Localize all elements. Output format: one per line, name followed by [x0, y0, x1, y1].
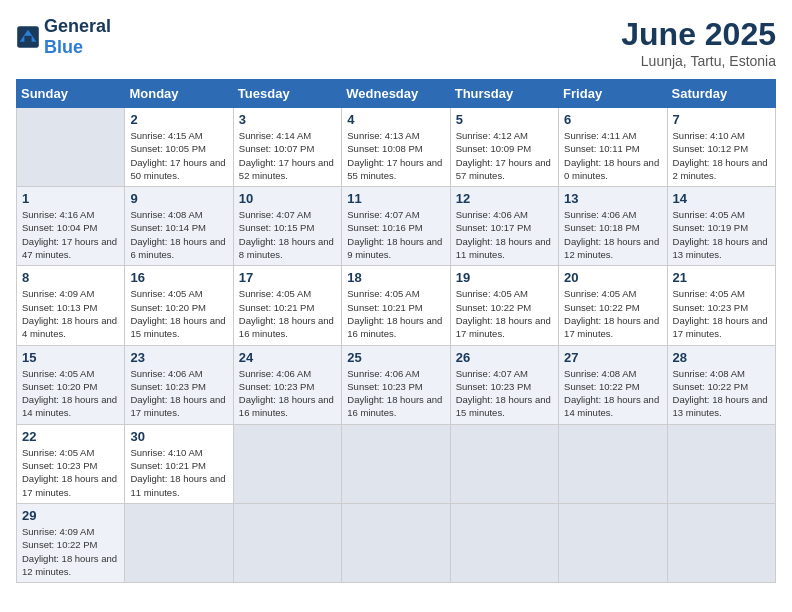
table-row: 18Sunrise: 4:05 AM Sunset: 10:21 PM Dayl…	[342, 266, 450, 345]
day-info: Sunrise: 4:11 AM Sunset: 10:11 PM Daylig…	[564, 129, 661, 182]
day-number: 24	[239, 350, 336, 365]
col-thursday: Thursday	[450, 80, 558, 108]
day-number: 13	[564, 191, 661, 206]
day-info: Sunrise: 4:06 AM Sunset: 10:23 PM Daylig…	[347, 367, 444, 420]
day-number: 26	[456, 350, 553, 365]
table-row	[233, 503, 341, 582]
day-number: 8	[22, 270, 119, 285]
day-number: 5	[456, 112, 553, 127]
col-friday: Friday	[559, 80, 667, 108]
day-info: Sunrise: 4:10 AM Sunset: 10:21 PM Daylig…	[130, 446, 227, 499]
day-info: Sunrise: 4:13 AM Sunset: 10:08 PM Daylig…	[347, 129, 444, 182]
day-number: 15	[22, 350, 119, 365]
header: General Blue June 2025 Luunja, Tartu, Es…	[16, 16, 776, 69]
day-number: 10	[239, 191, 336, 206]
day-number: 11	[347, 191, 444, 206]
table-row: 15Sunrise: 4:05 AM Sunset: 10:20 PM Dayl…	[17, 345, 125, 424]
day-info: Sunrise: 4:09 AM Sunset: 10:22 PM Daylig…	[22, 525, 119, 578]
day-number: 12	[456, 191, 553, 206]
day-info: Sunrise: 4:05 AM Sunset: 10:19 PM Daylig…	[673, 208, 770, 261]
table-row	[667, 503, 775, 582]
table-row: 21Sunrise: 4:05 AM Sunset: 10:23 PM Dayl…	[667, 266, 775, 345]
day-info: Sunrise: 4:07 AM Sunset: 10:16 PM Daylig…	[347, 208, 444, 261]
day-info: Sunrise: 4:05 AM Sunset: 10:22 PM Daylig…	[456, 287, 553, 340]
day-info: Sunrise: 4:08 AM Sunset: 10:22 PM Daylig…	[673, 367, 770, 420]
day-info: Sunrise: 4:09 AM Sunset: 10:13 PM Daylig…	[22, 287, 119, 340]
table-row: 13Sunrise: 4:06 AM Sunset: 10:18 PM Dayl…	[559, 187, 667, 266]
day-number: 25	[347, 350, 444, 365]
table-row: 17Sunrise: 4:05 AM Sunset: 10:21 PM Dayl…	[233, 266, 341, 345]
table-row	[17, 108, 125, 187]
table-row	[450, 424, 558, 503]
day-number: 7	[673, 112, 770, 127]
day-number: 14	[673, 191, 770, 206]
table-row: 12Sunrise: 4:06 AM Sunset: 10:17 PM Dayl…	[450, 187, 558, 266]
day-number: 16	[130, 270, 227, 285]
day-info: Sunrise: 4:12 AM Sunset: 10:09 PM Daylig…	[456, 129, 553, 182]
calendar: Sunday Monday Tuesday Wednesday Thursday…	[16, 79, 776, 583]
day-number: 2	[130, 112, 227, 127]
table-row: 16Sunrise: 4:05 AM Sunset: 10:20 PM Dayl…	[125, 266, 233, 345]
day-info: Sunrise: 4:06 AM Sunset: 10:18 PM Daylig…	[564, 208, 661, 261]
table-row	[559, 503, 667, 582]
table-row	[342, 424, 450, 503]
day-info: Sunrise: 4:10 AM Sunset: 10:12 PM Daylig…	[673, 129, 770, 182]
day-info: Sunrise: 4:14 AM Sunset: 10:07 PM Daylig…	[239, 129, 336, 182]
calendar-week-row: 15Sunrise: 4:05 AM Sunset: 10:20 PM Dayl…	[17, 345, 776, 424]
logo-blue: Blue	[44, 37, 83, 57]
col-tuesday: Tuesday	[233, 80, 341, 108]
day-info: Sunrise: 4:06 AM Sunset: 10:23 PM Daylig…	[239, 367, 336, 420]
month-title: June 2025	[621, 16, 776, 53]
calendar-week-row: 22Sunrise: 4:05 AM Sunset: 10:23 PM Dayl…	[17, 424, 776, 503]
calendar-header-row: Sunday Monday Tuesday Wednesday Thursday…	[17, 80, 776, 108]
calendar-week-row: 2Sunrise: 4:15 AM Sunset: 10:05 PM Dayli…	[17, 108, 776, 187]
day-number: 18	[347, 270, 444, 285]
table-row: 26Sunrise: 4:07 AM Sunset: 10:23 PM Dayl…	[450, 345, 558, 424]
day-info: Sunrise: 4:05 AM Sunset: 10:22 PM Daylig…	[564, 287, 661, 340]
table-row	[450, 503, 558, 582]
calendar-week-row: 8Sunrise: 4:09 AM Sunset: 10:13 PM Dayli…	[17, 266, 776, 345]
day-info: Sunrise: 4:07 AM Sunset: 10:23 PM Daylig…	[456, 367, 553, 420]
table-row: 30Sunrise: 4:10 AM Sunset: 10:21 PM Dayl…	[125, 424, 233, 503]
table-row: 7Sunrise: 4:10 AM Sunset: 10:12 PM Dayli…	[667, 108, 775, 187]
table-row: 14Sunrise: 4:05 AM Sunset: 10:19 PM Dayl…	[667, 187, 775, 266]
day-number: 27	[564, 350, 661, 365]
day-info: Sunrise: 4:05 AM Sunset: 10:20 PM Daylig…	[130, 287, 227, 340]
day-info: Sunrise: 4:06 AM Sunset: 10:17 PM Daylig…	[456, 208, 553, 261]
table-row: 2Sunrise: 4:15 AM Sunset: 10:05 PM Dayli…	[125, 108, 233, 187]
col-sunday: Sunday	[17, 80, 125, 108]
table-row: 27Sunrise: 4:08 AM Sunset: 10:22 PM Dayl…	[559, 345, 667, 424]
calendar-week-row: 1Sunrise: 4:16 AM Sunset: 10:04 PM Dayli…	[17, 187, 776, 266]
table-row: 10Sunrise: 4:07 AM Sunset: 10:15 PM Dayl…	[233, 187, 341, 266]
logo-general: General	[44, 16, 111, 36]
day-number: 1	[22, 191, 119, 206]
day-number: 29	[22, 508, 119, 523]
day-info: Sunrise: 4:05 AM Sunset: 10:20 PM Daylig…	[22, 367, 119, 420]
day-number: 22	[22, 429, 119, 444]
table-row	[233, 424, 341, 503]
day-info: Sunrise: 4:16 AM Sunset: 10:04 PM Daylig…	[22, 208, 119, 261]
table-row: 29Sunrise: 4:09 AM Sunset: 10:22 PM Dayl…	[17, 503, 125, 582]
day-number: 4	[347, 112, 444, 127]
table-row: 1Sunrise: 4:16 AM Sunset: 10:04 PM Dayli…	[17, 187, 125, 266]
day-info: Sunrise: 4:06 AM Sunset: 10:23 PM Daylig…	[130, 367, 227, 420]
day-info: Sunrise: 4:15 AM Sunset: 10:05 PM Daylig…	[130, 129, 227, 182]
day-info: Sunrise: 4:05 AM Sunset: 10:23 PM Daylig…	[673, 287, 770, 340]
svg-rect-2	[24, 36, 31, 43]
table-row: 3Sunrise: 4:14 AM Sunset: 10:07 PM Dayli…	[233, 108, 341, 187]
day-number: 19	[456, 270, 553, 285]
table-row: 8Sunrise: 4:09 AM Sunset: 10:13 PM Dayli…	[17, 266, 125, 345]
table-row: 4Sunrise: 4:13 AM Sunset: 10:08 PM Dayli…	[342, 108, 450, 187]
day-info: Sunrise: 4:05 AM Sunset: 10:21 PM Daylig…	[239, 287, 336, 340]
table-row: 25Sunrise: 4:06 AM Sunset: 10:23 PM Dayl…	[342, 345, 450, 424]
table-row: 24Sunrise: 4:06 AM Sunset: 10:23 PM Dayl…	[233, 345, 341, 424]
table-row: 19Sunrise: 4:05 AM Sunset: 10:22 PM Dayl…	[450, 266, 558, 345]
day-number: 21	[673, 270, 770, 285]
day-number: 28	[673, 350, 770, 365]
day-number: 6	[564, 112, 661, 127]
col-wednesday: Wednesday	[342, 80, 450, 108]
table-row	[342, 503, 450, 582]
day-number: 30	[130, 429, 227, 444]
title-area: June 2025 Luunja, Tartu, Estonia	[621, 16, 776, 69]
day-info: Sunrise: 4:08 AM Sunset: 10:22 PM Daylig…	[564, 367, 661, 420]
